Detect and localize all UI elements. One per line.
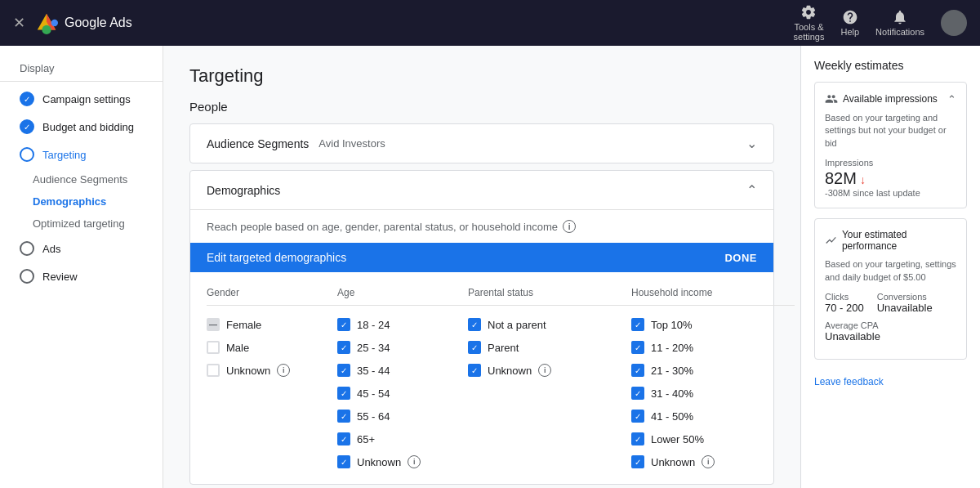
- conversions-label: Conversions: [877, 292, 933, 302]
- income-lower50-row[interactable]: Lower 50%: [631, 430, 795, 448]
- parental-status-col-header: Parental status: [468, 279, 631, 306]
- age-unknown-checkbox[interactable]: [337, 455, 350, 468]
- audience-segments-card: Audience Segments Avid Investors ⌄: [189, 123, 774, 163]
- page-title: Targeting: [189, 65, 774, 87]
- performance-icon: [825, 234, 837, 247]
- income-31-40-checkbox[interactable]: [631, 387, 644, 400]
- chevron-up-icon: ⌃: [746, 182, 757, 198]
- edit-targeted-demographics-bar: Edit targeted demographics DONE: [190, 243, 773, 272]
- close-button[interactable]: ✕: [13, 16, 25, 30]
- sidebar-item-review[interactable]: Review: [0, 262, 163, 290]
- open-circle-icon: [20, 147, 34, 162]
- sidebar-display-label: Display: [0, 56, 163, 82]
- info-icon[interactable]: i: [277, 364, 290, 377]
- open-circle-icon: [20, 269, 34, 284]
- notifications-button[interactable]: Notifications: [875, 9, 924, 37]
- avg-cpa-value: Unavailable: [825, 330, 956, 342]
- info-icon[interactable]: i: [563, 220, 576, 233]
- leave-feedback-link[interactable]: Leave feedback: [814, 376, 884, 387]
- age-55-64-row[interactable]: 55 - 64: [337, 407, 468, 425]
- tools-settings-label: Tools & settings: [794, 22, 825, 42]
- sidebar-sub-optimized-targeting[interactable]: Optimized targeting: [0, 213, 163, 235]
- sidebar-item-targeting[interactable]: Targeting: [0, 141, 163, 168]
- income-41-50-row[interactable]: 41 - 50%: [631, 407, 795, 425]
- help-button[interactable]: Help: [840, 9, 859, 37]
- income-11-20-checkbox[interactable]: [631, 341, 644, 354]
- income-11-20-row[interactable]: 11 - 20%: [631, 338, 795, 356]
- female-label: Female: [226, 319, 261, 331]
- age-35-44-checkbox[interactable]: [337, 364, 350, 377]
- demographics-header[interactable]: Demographics ⌃: [190, 171, 773, 210]
- parental-not-parent-row[interactable]: Not a parent: [468, 316, 631, 334]
- sidebar-ads-label: Ads: [42, 243, 60, 255]
- age-45-54-checkbox[interactable]: [337, 387, 350, 400]
- income-unknown-checkbox[interactable]: [631, 455, 644, 468]
- age-25-34-checkbox[interactable]: [337, 341, 350, 354]
- impressions-value: 82M↓: [825, 169, 956, 188]
- income-top10-row[interactable]: Top 10%: [631, 316, 795, 334]
- people-heading: People: [189, 100, 774, 114]
- age-65-plus-checkbox[interactable]: [337, 432, 350, 445]
- income-21-30-checkbox[interactable]: [631, 364, 644, 377]
- avg-cpa-label: Average CPA: [825, 320, 956, 330]
- gender-unknown-checkbox[interactable]: [207, 364, 220, 377]
- female-checkbox[interactable]: [207, 318, 220, 331]
- top10-checkbox[interactable]: [631, 318, 644, 331]
- info-icon[interactable]: i: [408, 455, 421, 468]
- right-panel: Weekly estimates Available impressions ⌃…: [800, 46, 980, 488]
- age-18-24-checkbox[interactable]: [337, 318, 350, 331]
- income-unknown-row[interactable]: Unknown i: [631, 453, 795, 471]
- income-31-40-row[interactable]: 31 - 40%: [631, 384, 795, 402]
- tools-settings-button[interactable]: Tools & settings: [794, 4, 825, 42]
- svg-point-3: [51, 20, 58, 26]
- gender-female-row[interactable]: Female: [207, 316, 337, 334]
- sidebar-item-budget-bidding[interactable]: Budget and bidding: [0, 113, 163, 141]
- age-unknown-row[interactable]: Unknown i: [337, 453, 468, 471]
- chevron-down-icon: ⌄: [746, 136, 757, 151]
- age-45-54-label: 45 - 54: [357, 387, 390, 400]
- avg-cpa-metric: Average CPA Unavailable: [825, 320, 956, 342]
- sidebar-item-campaign-settings[interactable]: Campaign settings: [0, 85, 163, 113]
- not-parent-checkbox[interactable]: [468, 318, 481, 331]
- checked-icon: [20, 92, 34, 106]
- income-41-50-checkbox[interactable]: [631, 410, 644, 423]
- age-unknown-label: Unknown: [357, 456, 401, 468]
- age-18-24-row[interactable]: 18 - 24: [337, 316, 468, 334]
- income-21-30-label: 21 - 30%: [651, 365, 693, 377]
- done-button[interactable]: DONE: [724, 252, 757, 264]
- age-55-64-checkbox[interactable]: [337, 410, 350, 423]
- info-icon[interactable]: i: [538, 364, 551, 377]
- gender-male-row[interactable]: Male: [207, 338, 337, 356]
- income-21-30-row[interactable]: 21 - 30%: [631, 361, 795, 379]
- parental-unknown-row[interactable]: Unknown i: [468, 361, 631, 379]
- sidebar-sub-audience-segments[interactable]: Audience Segments: [0, 168, 163, 190]
- weekly-estimates-title: Weekly estimates: [814, 59, 967, 72]
- not-parent-label: Not a parent: [488, 319, 546, 331]
- male-checkbox[interactable]: [207, 341, 220, 354]
- performance-metrics-row: Clicks 70 - 200 Conversions Unavailable: [825, 292, 956, 314]
- collapse-icon[interactable]: ⌃: [947, 93, 956, 105]
- parental-parent-row[interactable]: Parent: [468, 338, 631, 356]
- available-impressions-label: Available impressions: [843, 93, 938, 105]
- income-31-40-label: 31 - 40%: [651, 387, 693, 400]
- parental-unknown-checkbox[interactable]: [468, 364, 481, 377]
- age-25-34-label: 25 - 34: [357, 342, 390, 354]
- sidebar-item-ads[interactable]: Ads: [0, 235, 163, 262]
- age-25-34-row[interactable]: 25 - 34: [337, 338, 468, 356]
- sidebar-campaign-settings-label: Campaign settings: [42, 93, 131, 105]
- age-35-44-row[interactable]: 35 - 44: [337, 361, 468, 379]
- audience-segments-header[interactable]: Audience Segments Avid Investors ⌄: [190, 124, 773, 163]
- demographics-table: Female Male Unknown i: [190, 316, 773, 484]
- info-icon[interactable]: i: [702, 455, 715, 468]
- age-45-54-row[interactable]: 45 - 54: [337, 384, 468, 402]
- user-avatar[interactable]: [941, 10, 967, 36]
- gender-unknown-row[interactable]: Unknown i: [207, 361, 337, 379]
- lower50-label: Lower 50%: [651, 433, 704, 445]
- sidebar-sub-demographics[interactable]: Demographics: [0, 190, 163, 213]
- demographics-column-headers: Gender Age Parental status Household inc…: [190, 272, 773, 316]
- parent-checkbox[interactable]: [468, 341, 481, 354]
- lower50-checkbox[interactable]: [631, 432, 644, 445]
- age-55-64-label: 55 - 64: [357, 410, 390, 423]
- age-65-plus-row[interactable]: 65+: [337, 430, 468, 448]
- help-label: Help: [840, 27, 859, 37]
